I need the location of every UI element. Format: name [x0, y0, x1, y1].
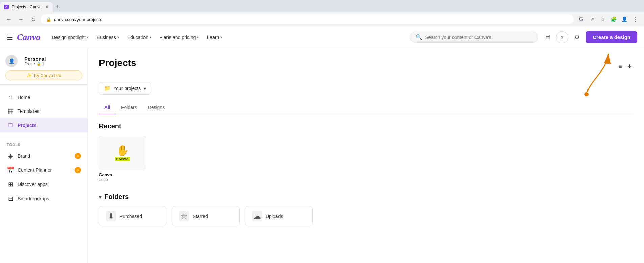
sidebar-item-label: Brand	[18, 153, 30, 159]
folder-uploads[interactable]: ☁ Uploads	[245, 206, 313, 226]
recent-section-title: Recent	[99, 122, 633, 130]
sidebar-nav: ⌂ Home ▦ Templates □ Projects	[0, 87, 88, 135]
avatar: 👤	[5, 55, 18, 67]
folders-section-title: Folders	[104, 193, 129, 201]
monitor-icon-btn[interactable]: 🖥	[541, 31, 553, 43]
folders-grid: ⬇ Purchased ☆ Starred ☁ Uploads	[99, 206, 633, 226]
main-content: Projects ≡ + 📁 Your projects ▾ All Folde…	[88, 48, 644, 263]
header-nav: Design spotlight ▾ Business ▾ Education …	[48, 33, 410, 42]
canva-logo: Canva	[17, 32, 40, 42]
sidebar-item-smartmockups[interactable]: ⊟ Smartmockups	[0, 191, 88, 206]
projects-dropdown[interactable]: 📁 Your projects ▾	[99, 82, 151, 95]
upload-cloud-icon: ☁	[252, 211, 262, 221]
app-header: ☰ Canva Design spotlight ▾ Business ▾ Ed…	[0, 26, 644, 48]
new-tab-button[interactable]: +	[53, 4, 62, 11]
sidebar-item-templates[interactable]: ▦ Templates	[0, 104, 88, 118]
view-controls: ≡ +	[617, 61, 633, 72]
sidebar-item-label: Discover apps	[18, 182, 48, 187]
try-canva-pro-button[interactable]: ✨ Try Canva Pro	[5, 70, 82, 80]
sidebar-item-home[interactable]: ⌂ Home	[0, 90, 88, 104]
sidebar-item-brand[interactable]: ◈ Brand ⚡	[0, 149, 88, 163]
folder-starred[interactable]: ☆ Starred	[172, 206, 240, 226]
nav-education[interactable]: Education ▾	[124, 33, 155, 42]
star-icon: ☆	[179, 211, 189, 221]
sidebar-item-label: Home	[18, 95, 30, 100]
forward-button[interactable]: →	[16, 15, 26, 24]
sidebar-item-discover-apps[interactable]: ⊞ Discover apps	[0, 177, 88, 191]
user-name: Personal	[24, 56, 46, 62]
profile-btn[interactable]: 👤	[620, 15, 629, 24]
settings-icon-btn[interactable]: ⚙	[571, 31, 583, 43]
search-icon: 🔍	[416, 34, 422, 40]
url-display: canva.com/your-projects	[54, 17, 102, 22]
user-section: 👤 Personal Free • 🔒 1 ✨ Try Canva Pro	[0, 52, 88, 85]
tab-all[interactable]: All	[99, 101, 116, 114]
smartmockups-icon: ⊟	[7, 195, 14, 202]
tools-section-label: Tools	[0, 141, 88, 149]
page-title: Projects	[99, 58, 136, 68]
sidebar-item-label: Templates	[18, 108, 39, 114]
chevron-down-icon: ▾	[87, 35, 89, 39]
app-body: 👤 Personal Free • 🔒 1 ✨ Try Canva Pro ⌂	[0, 48, 644, 263]
chevron-down-icon: ▾	[117, 35, 119, 39]
help-icon-btn[interactable]: ?	[556, 31, 568, 43]
header-right: 🔍 🖥 ? ⚙ Create a design	[410, 31, 637, 43]
design-card[interactable]: ✋ CANVA Canva Logo	[99, 136, 146, 182]
projects-dropdown-label: Your projects	[113, 86, 141, 91]
tabs-bar: All Folders Designs	[99, 101, 633, 114]
tab-close-btn[interactable]: ✕	[46, 5, 49, 9]
share-btn[interactable]: ↗	[587, 15, 597, 24]
chevron-down-icon: ▾	[220, 35, 222, 39]
collapse-icon[interactable]: ▾	[99, 194, 102, 200]
back-button[interactable]: ←	[4, 15, 14, 24]
discover-apps-icon: ⊞	[7, 181, 14, 188]
projects-icon: □	[7, 122, 14, 129]
folder-name: Starred	[193, 214, 208, 219]
design-type: Logo	[99, 177, 146, 182]
more-btn[interactable]: ⋮	[630, 15, 640, 24]
list-view-button[interactable]: ≡	[617, 62, 624, 72]
tab-designs[interactable]: Designs	[142, 101, 171, 114]
tab-folders[interactable]: Folders	[116, 101, 142, 114]
sidebar-item-content-planner[interactable]: 📅 Content Planner ⚡	[0, 163, 88, 177]
home-icon: ⌂	[7, 94, 14, 101]
sidebar-item-label: Content Planner	[18, 167, 52, 173]
chevron-down-icon: ▾	[197, 35, 199, 39]
folder-name: Purchased	[119, 214, 142, 219]
refresh-button[interactable]: ↻	[28, 15, 38, 24]
templates-icon: ▦	[7, 107, 14, 115]
download-icon: ⬇	[106, 211, 116, 221]
nav-plans-pricing[interactable]: Plans and pricing ▾	[156, 33, 202, 42]
folder-purchased[interactable]: ⬇ Purchased	[99, 206, 166, 226]
brand-icon: ◈	[7, 152, 14, 160]
design-name: Canva	[99, 172, 146, 177]
sidebar-item-projects[interactable]: □ Projects	[0, 118, 88, 132]
browser-tab-title: Projects - Canva	[12, 5, 42, 9]
bookmark-btn[interactable]: ☆	[598, 15, 607, 24]
address-bar[interactable]: 🔒 canva.com/your-projects	[41, 14, 574, 24]
chevron-down-icon: ▾	[150, 35, 151, 39]
nav-business[interactable]: Business ▾	[93, 33, 123, 42]
search-input[interactable]	[425, 35, 533, 40]
lock-icon: 🔒	[37, 62, 41, 66]
brand-badge: ⚡	[75, 153, 81, 159]
folders-section: ▾ Folders ⬇ Purchased ☆ Starred ☁ Upload…	[99, 193, 633, 226]
sidebar: 👤 Personal Free • 🔒 1 ✨ Try Canva Pro ⌂	[0, 48, 88, 263]
search-bar[interactable]: 🔍	[410, 32, 538, 43]
sidebar-item-label: Smartmockups	[18, 196, 49, 201]
nav-design-spotlight[interactable]: Design spotlight ▾	[48, 33, 92, 42]
sidebar-item-label: Projects	[18, 123, 36, 128]
folder-icon: 📁	[104, 85, 111, 92]
extensions-btn[interactable]: 🧩	[609, 15, 618, 24]
hamburger-menu[interactable]: ☰	[7, 33, 13, 41]
create-design-button[interactable]: Create a design	[586, 31, 637, 43]
designs-grid: ✋ CANVA Canva Logo	[99, 136, 633, 182]
user-meta: Free • 🔒 1	[24, 62, 46, 66]
folders-header: ▾ Folders	[99, 193, 633, 201]
google-account-btn[interactable]: G	[576, 15, 586, 24]
folder-name: Uploads	[266, 214, 283, 219]
content-planner-badge: ⚡	[75, 167, 81, 173]
design-thumbnail: ✋ CANVA	[99, 136, 146, 169]
add-project-button[interactable]: +	[626, 61, 633, 72]
nav-learn[interactable]: Learn ▾	[203, 33, 225, 42]
